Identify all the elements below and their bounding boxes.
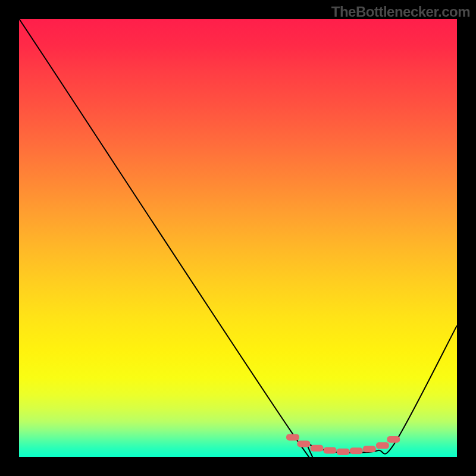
marker-dot bbox=[376, 442, 389, 449]
marker-dot bbox=[310, 445, 323, 452]
marker-dot bbox=[297, 440, 310, 447]
marker-dot bbox=[387, 436, 400, 443]
bottleneck-curve bbox=[19, 19, 457, 457]
plot-area bbox=[19, 19, 457, 457]
chart-container: TheBottleneсker.com bbox=[0, 0, 476, 476]
marker-dot bbox=[350, 447, 363, 454]
marker-group bbox=[286, 434, 400, 455]
curve-overlay bbox=[19, 19, 457, 457]
marker-dot bbox=[324, 447, 337, 453]
watermark-text: TheBottleneсker.com bbox=[331, 4, 470, 20]
marker-dot bbox=[286, 434, 299, 440]
marker-dot bbox=[363, 446, 376, 452]
marker-dot bbox=[337, 449, 350, 455]
